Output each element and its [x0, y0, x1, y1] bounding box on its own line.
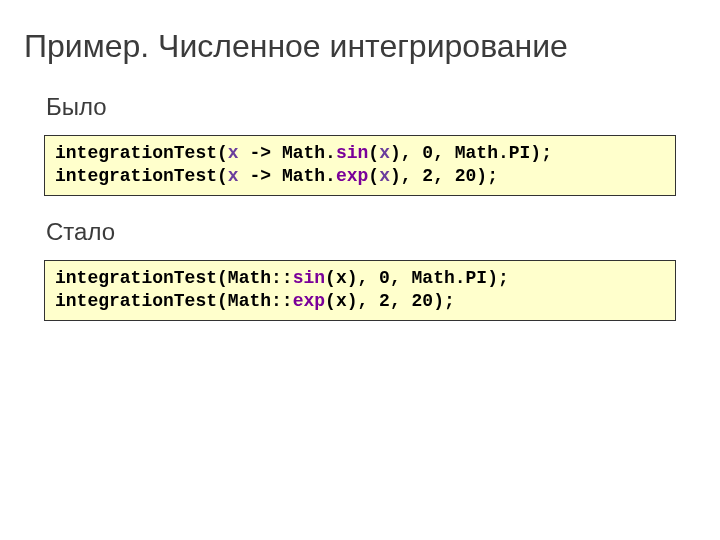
fn-name: integrationTest	[55, 143, 217, 163]
arg: x	[336, 268, 347, 288]
var-x: x	[228, 143, 239, 163]
rest: , 0, Math.PI);	[401, 143, 552, 163]
arrow: ->	[239, 166, 282, 186]
slide: Пример. Численное интегрирование Было in…	[0, 0, 720, 367]
dot: .	[325, 143, 336, 163]
var-x: x	[379, 166, 390, 186]
paren-close: )	[347, 291, 358, 311]
paren-open: (	[368, 166, 379, 186]
class-name: Math	[228, 291, 271, 311]
fn-name: integrationTest	[55, 166, 217, 186]
after-code-block: integrationTest(Math::sin(x), 0, Math.PI…	[44, 260, 676, 321]
var-x: x	[379, 143, 390, 163]
class-name: Math	[228, 268, 271, 288]
method-name: exp	[293, 291, 325, 311]
paren-close: )	[390, 166, 401, 186]
rest: , 0, Math.PI);	[358, 268, 509, 288]
code-line: integrationTest(x -> Math.exp(x), 2, 20)…	[55, 166, 498, 186]
arg: x	[336, 291, 347, 311]
paren-open: (	[217, 143, 228, 163]
paren-open: (	[217, 268, 228, 288]
before-code-block: integrationTest(x -> Math.sin(x), 0, Mat…	[44, 135, 676, 196]
arrow: ->	[239, 143, 282, 163]
fn-name: integrationTest	[55, 268, 217, 288]
var-x: x	[228, 166, 239, 186]
code-line: integrationTest(Math::exp(x), 2, 20);	[55, 291, 455, 311]
method-name: sin	[336, 143, 368, 163]
code-line: integrationTest(Math::sin(x), 0, Math.PI…	[55, 268, 509, 288]
rest: , 2, 20);	[358, 291, 455, 311]
paren-open: (	[325, 268, 336, 288]
paren-open: (	[217, 291, 228, 311]
class-name: Math	[282, 166, 325, 186]
paren-close: )	[390, 143, 401, 163]
before-label: Было	[46, 93, 696, 121]
method-ref: ::	[271, 268, 293, 288]
paren-open: (	[217, 166, 228, 186]
dot: .	[325, 166, 336, 186]
method-name: exp	[336, 166, 368, 186]
fn-name: integrationTest	[55, 291, 217, 311]
rest: , 2, 20);	[401, 166, 498, 186]
paren-open: (	[325, 291, 336, 311]
method-ref: ::	[271, 291, 293, 311]
method-name: sin	[293, 268, 325, 288]
after-label: Стало	[46, 218, 696, 246]
slide-title: Пример. Численное интегрирование	[24, 28, 696, 65]
paren-close: )	[347, 268, 358, 288]
class-name: Math	[282, 143, 325, 163]
paren-open: (	[368, 143, 379, 163]
code-line: integrationTest(x -> Math.sin(x), 0, Mat…	[55, 143, 552, 163]
